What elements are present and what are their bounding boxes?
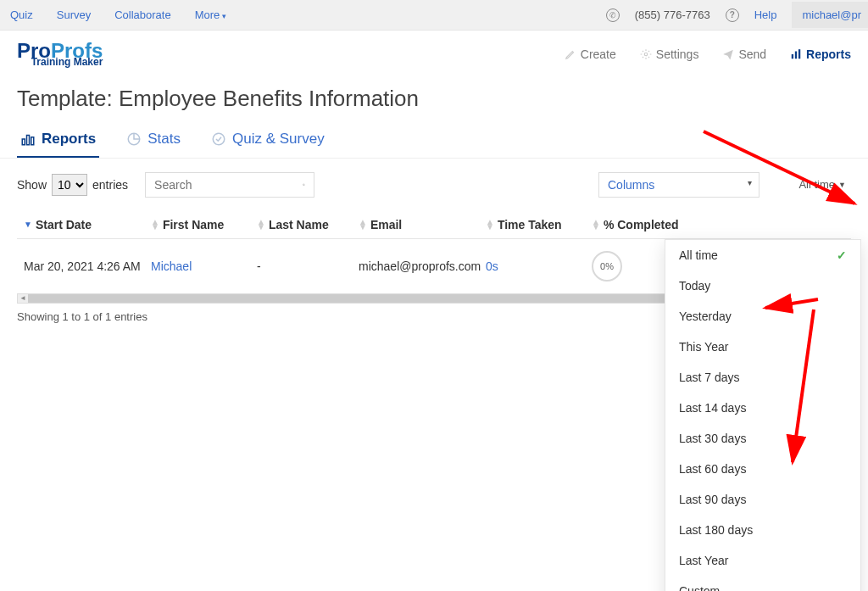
opt-last-7[interactable]: Last 7 days bbox=[665, 362, 860, 393]
col-start-date[interactable]: ▼Start Date bbox=[24, 218, 151, 231]
menu-settings[interactable]: Settings bbox=[640, 47, 699, 61]
menu-send[interactable]: Send bbox=[722, 47, 766, 61]
tab-reports[interactable]: Reports bbox=[17, 124, 99, 158]
col-last-name[interactable]: ▲▼Last Name bbox=[257, 218, 359, 231]
sort-icon: ▲▼ bbox=[486, 220, 494, 230]
search-icon bbox=[303, 178, 305, 192]
cell-first-name[interactable]: Michael bbox=[151, 259, 257, 273]
sort-icon: ▲▼ bbox=[592, 220, 600, 230]
tabs: Reports Stats Quiz & Survey bbox=[0, 124, 868, 159]
sort-icon: ▲▼ bbox=[151, 220, 159, 230]
sort-icon: ▲▼ bbox=[257, 220, 265, 230]
phone-icon: ✆ bbox=[606, 8, 620, 22]
svg-rect-4 bbox=[22, 139, 25, 145]
topbar: Quiz Survey Collaborate More▾ ✆ (855) 77… bbox=[0, 0, 868, 31]
help-icon[interactable]: ? bbox=[726, 8, 739, 22]
bar-chart-icon bbox=[20, 131, 36, 147]
col-pct-completed[interactable]: ▲▼% Completed bbox=[592, 218, 693, 231]
svg-point-8 bbox=[213, 133, 225, 145]
svg-point-0 bbox=[644, 53, 648, 57]
cell-time[interactable]: 0s bbox=[486, 259, 592, 273]
svg-rect-3 bbox=[798, 49, 800, 59]
entries-label: entries bbox=[92, 178, 128, 192]
opt-yesterday[interactable]: Yesterday bbox=[665, 301, 860, 332]
tab-quiz-survey[interactable]: Quiz & Survey bbox=[208, 124, 328, 158]
opt-this-year[interactable]: This Year bbox=[665, 332, 860, 362]
topnav-survey[interactable]: Survey bbox=[57, 8, 91, 21]
pct-badge: 0% bbox=[592, 251, 622, 282]
search-box[interactable] bbox=[145, 172, 314, 198]
svg-rect-5 bbox=[27, 135, 30, 144]
topnav-more[interactable]: More▾ bbox=[195, 8, 227, 21]
opt-last-60[interactable]: Last 60 days bbox=[665, 454, 860, 484]
cell-start: Mar 20, 2021 4:26 AM bbox=[24, 259, 151, 273]
svg-point-9 bbox=[303, 183, 304, 185]
col-first-name[interactable]: ▲▼First Name bbox=[151, 218, 257, 231]
opt-custom[interactable]: Custom bbox=[665, 576, 860, 591]
check-circle-icon bbox=[211, 131, 226, 147]
table-header: ▼Start Date ▲▼First Name ▲▼Last Name ▲▼E… bbox=[17, 211, 851, 239]
opt-last-30[interactable]: Last 30 days bbox=[665, 423, 860, 454]
svg-rect-6 bbox=[31, 137, 34, 144]
time-range-menu: All time✓ Today Yesterday This Year Last… bbox=[665, 239, 861, 591]
cell-email: michael@proprofs.com bbox=[359, 259, 486, 273]
col-email[interactable]: ▲▼Email bbox=[359, 218, 486, 231]
chevron-down-icon: ▼ bbox=[838, 181, 846, 189]
topnav: Quiz Survey Collaborate More▾ bbox=[10, 8, 226, 21]
opt-today[interactable]: Today bbox=[665, 270, 860, 301]
svg-rect-1 bbox=[792, 54, 793, 59]
menu-create[interactable]: Create bbox=[565, 47, 616, 61]
gear-icon bbox=[640, 48, 652, 60]
show-label: Show bbox=[17, 178, 47, 192]
svg-rect-2 bbox=[795, 52, 797, 59]
opt-last-year[interactable]: Last Year bbox=[665, 545, 860, 576]
col-time-taken[interactable]: ▲▼Time Taken bbox=[486, 218, 592, 231]
search-input[interactable] bbox=[154, 178, 303, 192]
topnav-quiz[interactable]: Quiz bbox=[10, 8, 33, 21]
bar-chart-icon bbox=[790, 48, 802, 60]
menu-reports[interactable]: Reports bbox=[790, 47, 851, 61]
controls-bar: Show 10 entries Columns All time▼ bbox=[0, 159, 868, 211]
page-title: Template: Employee Benefits Information bbox=[0, 79, 868, 124]
opt-last-180[interactable]: Last 180 days bbox=[665, 515, 860, 545]
topnav-collaborate[interactable]: Collaborate bbox=[114, 8, 171, 21]
tab-stats[interactable]: Stats bbox=[123, 124, 184, 158]
time-range-dropdown[interactable]: All time▼ bbox=[783, 173, 851, 196]
paper-plane-icon bbox=[722, 48, 734, 60]
logo: ProProfs Training Maker bbox=[17, 42, 103, 67]
header: ProProfs Training Maker Create Settings … bbox=[0, 31, 868, 79]
phone-number: (855) 776-7763 bbox=[635, 8, 710, 21]
opt-last-90[interactable]: Last 90 days bbox=[665, 484, 860, 515]
check-icon: ✓ bbox=[837, 248, 847, 262]
header-menu: Create Settings Send Reports bbox=[565, 47, 851, 61]
user-menu[interactable]: michael@pr bbox=[792, 2, 868, 28]
scroll-left-icon[interactable]: ◄ bbox=[18, 294, 28, 302]
columns-dropdown[interactable]: Columns bbox=[598, 172, 760, 198]
opt-last-14[interactable]: Last 14 days bbox=[665, 393, 860, 423]
sort-icon: ▲▼ bbox=[359, 220, 367, 230]
opt-all-time[interactable]: All time✓ bbox=[665, 240, 860, 270]
help-link[interactable]: Help bbox=[754, 8, 777, 21]
pencil-icon bbox=[565, 48, 576, 60]
entries-select[interactable]: 10 bbox=[52, 174, 87, 196]
sort-desc-icon: ▼ bbox=[24, 220, 32, 229]
pie-chart-icon bbox=[126, 131, 142, 147]
cell-last-name: - bbox=[257, 259, 359, 273]
